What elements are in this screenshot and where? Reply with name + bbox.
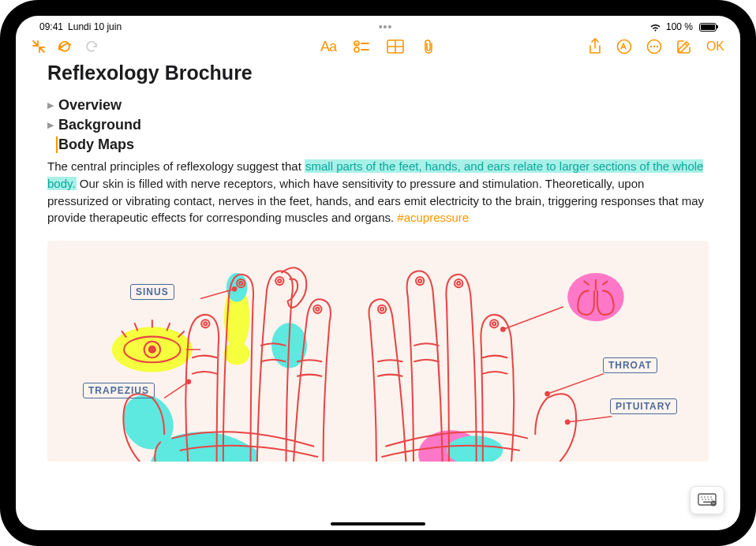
svg-point-59 xyxy=(708,499,709,500)
svg-point-28 xyxy=(313,305,321,313)
svg-line-44 xyxy=(164,382,189,398)
checklist-icon[interactable] xyxy=(354,39,369,54)
share-icon[interactable] xyxy=(588,38,602,55)
svg-point-58 xyxy=(705,499,706,500)
status-right: 100 % xyxy=(649,21,717,32)
toolbar: Aa xyxy=(16,35,740,62)
svg-point-56 xyxy=(710,496,712,498)
status-left: 09:41 Lundi 10 juin xyxy=(39,21,122,32)
svg-point-42 xyxy=(233,287,237,291)
home-indicator[interactable] xyxy=(331,522,425,525)
chevron-right-icon[interactable]: ▶ xyxy=(47,120,54,130)
multitask-dots[interactable]: ••• xyxy=(379,21,393,33)
section-title[interactable]: Overview xyxy=(58,97,122,114)
svg-point-49 xyxy=(545,392,549,396)
battery-icon xyxy=(699,23,717,32)
text-format-button[interactable]: Aa xyxy=(320,39,336,55)
status-date: Lundi 10 juin xyxy=(68,21,122,32)
drawing-label-throat: THROAT xyxy=(603,357,657,373)
svg-point-15 xyxy=(224,342,250,365)
wifi-icon xyxy=(649,23,661,32)
status-bar: 09:41 Lundi 10 juin ••• 100 % xyxy=(16,16,740,35)
body-text-pre: The central principles of reflexology su… xyxy=(47,159,305,173)
battery-percent: 100 % xyxy=(666,21,693,32)
chevron-right-icon[interactable]: ▶ xyxy=(47,100,54,110)
svg-point-38 xyxy=(418,279,421,282)
more-icon[interactable] xyxy=(646,39,662,54)
svg-point-45 xyxy=(186,380,190,383)
markup-icon[interactable] xyxy=(616,39,632,54)
svg-line-48 xyxy=(548,374,604,395)
done-button[interactable]: OK xyxy=(706,39,724,54)
svg-line-50 xyxy=(567,417,612,422)
svg-line-46 xyxy=(503,307,563,330)
svg-point-55 xyxy=(707,496,709,498)
svg-point-27 xyxy=(278,279,281,282)
section-title[interactable]: Body Maps xyxy=(56,136,134,153)
svg-point-10 xyxy=(653,46,655,47)
svg-point-57 xyxy=(702,499,703,500)
svg-point-51 xyxy=(566,420,570,424)
svg-point-23 xyxy=(204,322,207,325)
svg-point-35 xyxy=(455,279,462,287)
svg-point-40 xyxy=(380,308,384,311)
svg-point-22 xyxy=(201,320,209,327)
svg-point-11 xyxy=(657,46,658,47)
attachment-icon[interactable] xyxy=(421,39,436,54)
svg-point-2 xyxy=(354,47,359,52)
collapse-icon[interactable] xyxy=(32,39,46,54)
hashtag-link[interactable]: #acupressure xyxy=(397,211,469,224)
undo-icon[interactable] xyxy=(57,39,73,54)
note-title[interactable]: Reflexology Brochure xyxy=(47,62,709,84)
svg-point-29 xyxy=(316,308,319,311)
redo-icon xyxy=(84,39,99,54)
svg-point-37 xyxy=(416,277,424,285)
svg-point-53 xyxy=(701,496,702,498)
drawing-label-trapezius: TRAPEZIUS xyxy=(83,383,155,398)
svg-point-47 xyxy=(501,327,505,331)
svg-point-54 xyxy=(704,496,705,498)
screen: 09:41 Lundi 10 juin ••• 100 % xyxy=(16,16,740,530)
hand-reflexology-drawing[interactable]: SINUS TRAPEZIUS THROAT PITUITARY xyxy=(47,241,709,462)
section-header-bodymaps[interactable]: ▶ Body Maps xyxy=(47,136,709,153)
body-text-post: Our skin is filled with nerve receptors,… xyxy=(47,177,704,225)
keyboard-shortcut-button[interactable] xyxy=(690,486,724,514)
svg-rect-61 xyxy=(703,502,711,503)
svg-point-60 xyxy=(711,499,713,500)
ipad-device-frame: 09:41 Lundi 10 juin ••• 100 % xyxy=(0,0,756,546)
drawing-label-pituitary: PITUITARY xyxy=(610,398,677,414)
svg-point-33 xyxy=(490,320,498,327)
drawing-label-sinus: SINUS xyxy=(130,284,174,300)
compose-icon[interactable] xyxy=(676,39,692,54)
svg-point-9 xyxy=(650,46,652,47)
svg-point-39 xyxy=(378,305,386,313)
table-icon[interactable] xyxy=(387,39,404,54)
svg-point-34 xyxy=(492,322,496,325)
svg-point-26 xyxy=(275,277,283,285)
note-content[interactable]: Reflexology Brochure ▶ Overview ▶ Backgr… xyxy=(16,62,740,513)
section-header-overview[interactable]: ▶ Overview xyxy=(47,97,709,114)
section-header-background[interactable]: ▶ Background xyxy=(47,117,709,133)
section-title[interactable]: Background xyxy=(58,117,141,133)
status-time: 09:41 xyxy=(39,21,63,32)
note-body-text[interactable]: The central principles of reflexology su… xyxy=(47,158,709,226)
svg-point-36 xyxy=(457,282,460,285)
svg-point-32 xyxy=(149,346,155,353)
